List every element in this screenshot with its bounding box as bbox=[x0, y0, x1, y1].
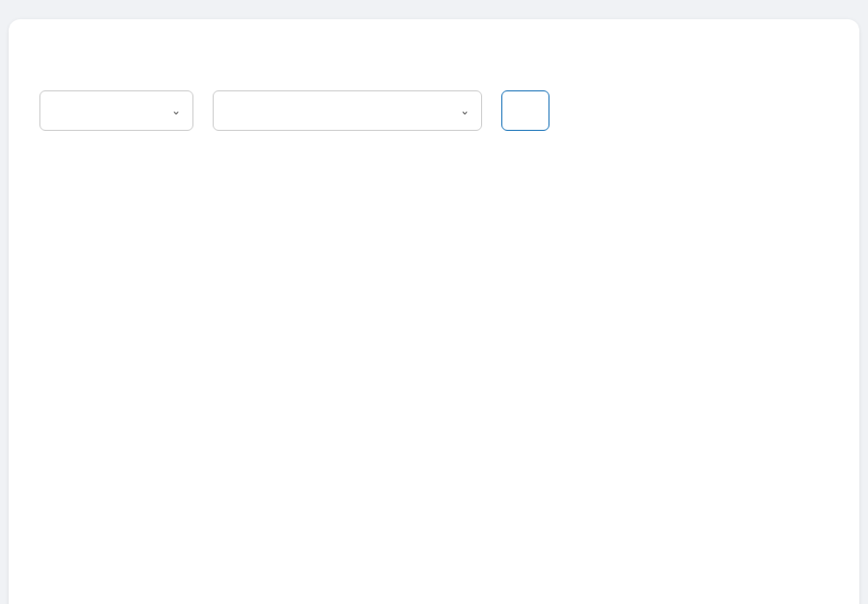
reporting-label bbox=[213, 69, 482, 85]
tree-container bbox=[39, 158, 829, 571]
tree-diagram bbox=[39, 167, 829, 571]
reporting-select[interactable]: ⌄ bbox=[213, 90, 482, 131]
ownership-label bbox=[39, 69, 193, 85]
ownership-select[interactable]: ⌄ bbox=[39, 90, 193, 131]
ownership-field-group: ⌄ bbox=[39, 69, 193, 131]
chevron-down-icon-2: ⌄ bbox=[460, 104, 470, 117]
chevron-down-icon: ⌄ bbox=[171, 104, 181, 117]
controls-row: ⌄ ⌄ bbox=[39, 69, 829, 131]
main-card: ⌄ ⌄ bbox=[9, 19, 859, 604]
reporting-field-group: ⌄ bbox=[213, 69, 482, 131]
apply-button[interactable] bbox=[501, 90, 549, 131]
